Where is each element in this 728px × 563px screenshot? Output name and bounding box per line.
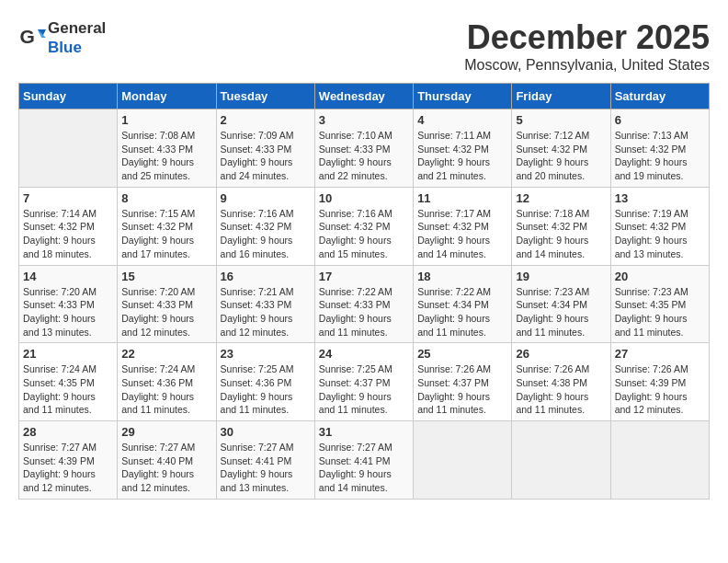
day-info: Sunrise: 7:24 AMSunset: 4:36 PMDaylight:… (121, 362, 211, 417)
day-number: 1 (121, 113, 211, 127)
weekday-header: Thursday (414, 84, 512, 109)
day-info: Sunrise: 7:16 AMSunset: 4:32 PMDaylight:… (319, 207, 409, 261)
day-info: Sunrise: 7:23 AMSunset: 4:35 PMDaylight:… (615, 285, 705, 339)
day-info: Sunrise: 7:23 AMSunset: 4:34 PMDaylight:… (516, 285, 606, 339)
logo: G General Blue (18, 18, 106, 57)
calendar-cell: 1 Sunrise: 7:08 AMSunset: 4:33 PMDayligh… (118, 109, 216, 188)
calendar-cell: 2 Sunrise: 7:09 AMSunset: 4:33 PMDayligh… (216, 109, 314, 188)
calendar-cell: 23 Sunrise: 7:25 AMSunset: 4:36 PMDaylig… (216, 343, 314, 421)
calendar-cell: 19 Sunrise: 7:23 AMSunset: 4:34 PMDaylig… (512, 265, 610, 343)
calendar-cell: 3 Sunrise: 7:10 AMSunset: 4:33 PMDayligh… (314, 109, 413, 188)
weekday-header: Monday (118, 84, 216, 109)
day-number: 10 (319, 191, 409, 205)
day-number: 24 (319, 347, 409, 361)
day-info: Sunrise: 7:26 AMSunset: 4:37 PMDaylight:… (417, 362, 507, 417)
day-number: 13 (615, 191, 705, 205)
calendar-cell: 27 Sunrise: 7:26 AMSunset: 4:39 PMDaylig… (610, 343, 709, 421)
calendar-cell: 29 Sunrise: 7:27 AMSunset: 4:40 PMDaylig… (118, 421, 216, 500)
day-info: Sunrise: 7:27 AMSunset: 4:41 PMDaylight:… (319, 441, 409, 495)
calendar-week-row: 14 Sunrise: 7:20 AMSunset: 4:33 PMDaylig… (19, 265, 710, 343)
day-number: 8 (121, 191, 211, 205)
calendar-week-row: 21 Sunrise: 7:24 AMSunset: 4:35 PMDaylig… (19, 343, 710, 421)
day-info: Sunrise: 7:27 AMSunset: 4:41 PMDaylight:… (221, 441, 311, 495)
day-number: 22 (121, 347, 211, 361)
day-number: 25 (417, 347, 507, 361)
weekday-header: Tuesday (216, 84, 314, 109)
day-info: Sunrise: 7:11 AMSunset: 4:32 PMDaylight:… (417, 129, 507, 183)
calendar-cell (19, 109, 118, 188)
calendar-cell: 15 Sunrise: 7:20 AMSunset: 4:33 PMDaylig… (118, 265, 216, 343)
calendar-cell: 11 Sunrise: 7:17 AMSunset: 4:32 PMDaylig… (414, 187, 512, 265)
weekday-header: Wednesday (314, 84, 413, 109)
day-info: Sunrise: 7:16 AMSunset: 4:32 PMDaylight:… (221, 207, 311, 261)
day-number: 5 (516, 113, 606, 127)
calendar-cell (414, 421, 512, 500)
day-info: Sunrise: 7:25 AMSunset: 4:36 PMDaylight:… (221, 362, 311, 417)
calendar-cell: 24 Sunrise: 7:25 AMSunset: 4:37 PMDaylig… (314, 343, 413, 421)
day-info: Sunrise: 7:18 AMSunset: 4:32 PMDaylight:… (516, 207, 606, 261)
day-number: 11 (417, 191, 507, 205)
day-info: Sunrise: 7:22 AMSunset: 4:33 PMDaylight:… (319, 285, 409, 339)
day-info: Sunrise: 7:26 AMSunset: 4:39 PMDaylight:… (615, 362, 705, 417)
day-number: 21 (23, 347, 113, 361)
calendar-cell: 8 Sunrise: 7:15 AMSunset: 4:32 PMDayligh… (118, 187, 216, 265)
weekday-header: Friday (512, 84, 610, 109)
day-number: 30 (221, 425, 311, 439)
day-number: 6 (615, 113, 705, 127)
weekday-header-row: SundayMondayTuesdayWednesdayThursdayFrid… (19, 84, 710, 109)
day-number: 28 (23, 425, 113, 439)
calendar-cell: 12 Sunrise: 7:18 AMSunset: 4:32 PMDaylig… (512, 187, 610, 265)
day-info: Sunrise: 7:27 AMSunset: 4:39 PMDaylight:… (23, 441, 113, 495)
day-info: Sunrise: 7:22 AMSunset: 4:34 PMDaylight:… (417, 285, 507, 339)
day-info: Sunrise: 7:08 AMSunset: 4:33 PMDaylight:… (121, 129, 211, 183)
svg-text:G: G (20, 26, 35, 47)
calendar-cell: 13 Sunrise: 7:19 AMSunset: 4:32 PMDaylig… (610, 187, 709, 265)
day-info: Sunrise: 7:20 AMSunset: 4:33 PMDaylight:… (121, 285, 211, 339)
calendar-cell: 9 Sunrise: 7:16 AMSunset: 4:32 PMDayligh… (216, 187, 314, 265)
day-info: Sunrise: 7:24 AMSunset: 4:35 PMDaylight:… (23, 362, 113, 417)
calendar-cell: 5 Sunrise: 7:12 AMSunset: 4:32 PMDayligh… (512, 109, 610, 188)
calendar-cell (610, 421, 709, 500)
calendar-week-row: 7 Sunrise: 7:14 AMSunset: 4:32 PMDayligh… (19, 187, 710, 265)
calendar-cell (512, 421, 610, 500)
calendar-cell: 31 Sunrise: 7:27 AMSunset: 4:41 PMDaylig… (314, 421, 413, 500)
logo-blue: Blue (48, 39, 82, 56)
calendar-cell: 14 Sunrise: 7:20 AMSunset: 4:33 PMDaylig… (19, 265, 118, 343)
calendar-cell: 6 Sunrise: 7:13 AMSunset: 4:32 PMDayligh… (610, 109, 709, 188)
day-info: Sunrise: 7:10 AMSunset: 4:33 PMDaylight:… (319, 129, 409, 183)
calendar-cell: 26 Sunrise: 7:26 AMSunset: 4:38 PMDaylig… (512, 343, 610, 421)
calendar-cell: 21 Sunrise: 7:24 AMSunset: 4:35 PMDaylig… (19, 343, 118, 421)
weekday-header: Saturday (610, 84, 709, 109)
day-info: Sunrise: 7:14 AMSunset: 4:32 PMDaylight:… (23, 207, 113, 261)
calendar-cell: 18 Sunrise: 7:22 AMSunset: 4:34 PMDaylig… (414, 265, 512, 343)
location: Moscow, Pennsylvania, United States (464, 57, 710, 74)
calendar-cell: 7 Sunrise: 7:14 AMSunset: 4:32 PMDayligh… (19, 187, 118, 265)
day-number: 31 (319, 425, 409, 439)
day-number: 4 (417, 113, 507, 127)
day-number: 27 (615, 347, 705, 361)
page-header: G General Blue December 2025 Moscow, Pen… (18, 18, 710, 74)
day-number: 9 (221, 191, 311, 205)
calendar-cell: 20 Sunrise: 7:23 AMSunset: 4:35 PMDaylig… (610, 265, 709, 343)
calendar-cell: 22 Sunrise: 7:24 AMSunset: 4:36 PMDaylig… (118, 343, 216, 421)
day-info: Sunrise: 7:13 AMSunset: 4:32 PMDaylight:… (615, 129, 705, 183)
day-number: 3 (319, 113, 409, 127)
day-number: 23 (221, 347, 311, 361)
calendar-cell: 17 Sunrise: 7:22 AMSunset: 4:33 PMDaylig… (314, 265, 413, 343)
day-info: Sunrise: 7:17 AMSunset: 4:32 PMDaylight:… (417, 207, 507, 261)
day-number: 19 (516, 270, 606, 283)
day-number: 20 (615, 270, 705, 283)
calendar-cell: 28 Sunrise: 7:27 AMSunset: 4:39 PMDaylig… (19, 421, 118, 500)
month-title: December 2025 (464, 18, 710, 57)
day-number: 14 (23, 270, 113, 283)
day-info: Sunrise: 7:12 AMSunset: 4:32 PMDaylight:… (516, 129, 606, 183)
calendar-cell: 30 Sunrise: 7:27 AMSunset: 4:41 PMDaylig… (216, 421, 314, 500)
day-info: Sunrise: 7:25 AMSunset: 4:37 PMDaylight:… (319, 362, 409, 417)
calendar-cell: 25 Sunrise: 7:26 AMSunset: 4:37 PMDaylig… (414, 343, 512, 421)
day-number: 16 (221, 270, 311, 283)
day-info: Sunrise: 7:09 AMSunset: 4:33 PMDaylight:… (221, 129, 311, 183)
logo-general: General (48, 19, 106, 37)
day-info: Sunrise: 7:20 AMSunset: 4:33 PMDaylight:… (23, 285, 113, 339)
day-number: 18 (417, 270, 507, 283)
day-info: Sunrise: 7:27 AMSunset: 4:40 PMDaylight:… (121, 441, 211, 495)
